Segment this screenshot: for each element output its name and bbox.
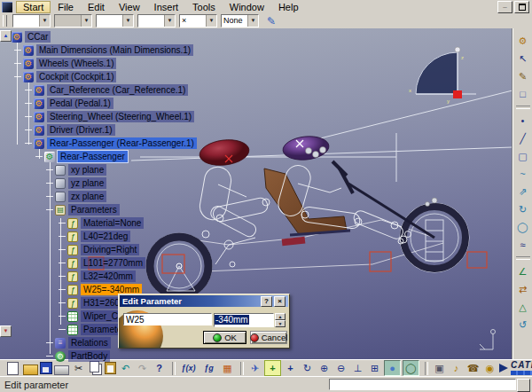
tree-scroll-up-icon[interactable]: ▲: [0, 30, 12, 42]
transform-icon[interactable]: ⇄: [515, 281, 531, 297]
tree-item-driving[interactable]: Driving=Right: [0, 243, 306, 256]
menu-edit[interactable]: Edit: [81, 1, 112, 13]
tree-item-main-dimensions[interactable]: Main Dimensions (Main Dimensions.1): [0, 43, 306, 57]
line-type-combo[interactable]: ▼: [96, 14, 134, 27]
update-icon[interactable]: ↺: [515, 317, 531, 333]
constraint-icon[interactable]: △: [515, 299, 531, 315]
dropdown-arrow-icon[interactable]: ▼: [122, 15, 133, 27]
line-weight-combo[interactable]: ▼: [137, 14, 176, 27]
print-icon[interactable]: [54, 365, 69, 375]
application-icon[interactable]: [2, 2, 12, 12]
fly-through-icon[interactable]: ✈: [247, 361, 262, 375]
knowledge-formula-icon[interactable]: ƒg: [200, 361, 218, 375]
zoom-in-icon[interactable]: ⊕: [317, 361, 332, 375]
tree-item-yz-plane[interactable]: yz plane: [0, 176, 306, 190]
undo-icon[interactable]: ↶: [118, 361, 133, 375]
design-table-icon[interactable]: ▦: [220, 361, 235, 375]
tree-item-steering-wheel[interactable]: Steering_Wheel (Steering_Wheel.1): [0, 110, 306, 123]
whats-this-icon[interactable]: ?: [152, 361, 167, 375]
restore-button[interactable]: [514, 1, 529, 13]
dropdown-arrow-icon[interactable]: ▼: [164, 15, 175, 27]
parameter-name-input[interactable]: [123, 313, 212, 325]
tree-item-parameters[interactable]: Parameters: [0, 203, 306, 216]
menu-help[interactable]: Help: [271, 1, 306, 13]
dropdown-arrow-icon[interactable]: ▼: [206, 15, 216, 27]
select-icon[interactable]: ↖: [515, 51, 531, 67]
line-icon[interactable]: ╱: [515, 130, 531, 146]
open-icon[interactable]: [23, 365, 38, 375]
toolbar-grip[interactable]: [3, 15, 7, 27]
power-input[interactable]: [329, 379, 516, 390]
multi-view-icon[interactable]: ⊞: [367, 361, 382, 375]
dropdown-arrow-icon[interactable]: ▼: [39, 15, 50, 27]
macro-note-icon[interactable]: ♪: [449, 361, 464, 375]
cancel-button[interactable]: Cancel: [250, 331, 287, 344]
menu-window[interactable]: Window: [223, 1, 271, 13]
menu-start[interactable]: Start: [16, 1, 51, 13]
menu-view[interactable]: View: [112, 1, 147, 13]
tree-scroll-down-icon[interactable]: ▼: [0, 325, 12, 337]
pan-icon[interactable]: +: [283, 361, 298, 375]
sketcher-icon[interactable]: □: [515, 86, 531, 102]
tree-item-l40[interactable]: L40=21deg: [0, 230, 306, 243]
dropdown-arrow-icon[interactable]: ▼: [81, 15, 91, 27]
dialog-close-button[interactable]: ×: [274, 296, 286, 307]
rotate-icon[interactable]: ↻: [300, 361, 315, 375]
wireframe-view-icon[interactable]: ◯: [403, 360, 419, 376]
tree-item-rear-passenger-part[interactable]: Rear-Passenger: [0, 150, 306, 163]
spinner-down-icon[interactable]: ▼: [275, 320, 286, 327]
menu-insert[interactable]: Insert: [147, 1, 186, 13]
parameter-value-field[interactable]: -340mm: [214, 313, 274, 327]
sphere-icon[interactable]: ◯: [515, 219, 531, 235]
tree-item-cockpit[interactable]: Cockpit (Cockpit.1): [0, 70, 306, 83]
extrude-icon[interactable]: ⇗: [515, 184, 531, 200]
tree-item-l32[interactable]: L32=420mm: [0, 270, 306, 283]
power-input-button[interactable]: [517, 379, 530, 392]
workbench-icon[interactable]: ⚙: [515, 33, 531, 49]
cut-icon[interactable]: ✂: [71, 361, 86, 375]
graphic-color-combo[interactable]: ▼: [12, 14, 51, 27]
tree-item-car-reference[interactable]: Car_Reference (Car_Reference.1): [0, 83, 306, 97]
save-icon[interactable]: [40, 362, 52, 374]
minimize-button[interactable]: _: [497, 1, 512, 13]
normal-view-icon[interactable]: ⊥: [350, 361, 365, 375]
spinner-up-icon[interactable]: ▲: [275, 313, 286, 320]
tree-item-l101[interactable]: L101=2770mm: [0, 256, 306, 270]
ok-button[interactable]: OK: [203, 331, 246, 344]
pen-icon[interactable]: ✎: [515, 68, 531, 84]
dialog-help-button[interactable]: ?: [261, 296, 272, 307]
revolve-icon[interactable]: ↻: [515, 201, 531, 217]
dropdown-arrow-icon[interactable]: ▼: [247, 15, 258, 27]
tree-item-material[interactable]: Material=None: [0, 216, 306, 230]
menu-file[interactable]: File: [51, 1, 81, 13]
redo-icon[interactable]: ↷: [135, 361, 150, 375]
telephone-icon[interactable]: ☎: [466, 361, 481, 375]
zoom-out-icon[interactable]: ⊖: [333, 361, 348, 375]
tree-item-pedal[interactable]: Pedal (Pedal.1): [0, 97, 306, 110]
tree-item-xy-plane[interactable]: xy plane: [0, 163, 306, 176]
formula-icon[interactable]: ƒ(x): [179, 361, 198, 375]
tree-item-wheels[interactable]: Wheels (Wheels.1): [0, 57, 306, 70]
right-wheel[interactable]: [400, 198, 469, 272]
capture-icon[interactable]: ▣: [432, 361, 447, 375]
spline-icon[interactable]: ≈: [515, 237, 531, 253]
plane-icon[interactable]: ▢: [515, 148, 531, 164]
menu-tools[interactable]: Tools: [185, 1, 223, 13]
transparency-combo[interactable]: ▼: [54, 14, 92, 27]
render-style-combo[interactable]: None ▼: [221, 14, 259, 27]
point-icon[interactable]: •: [515, 113, 531, 129]
tree-item-ccar[interactable]: CCar: [0, 30, 306, 43]
lock-icon[interactable]: ◉: [482, 361, 497, 375]
painter-icon[interactable]: ✎: [264, 14, 278, 27]
tree-item-rear-passenger-product[interactable]: Rear-Passenger (Rear-Passenger.1): [0, 137, 306, 150]
shaded-view-icon[interactable]: ●: [384, 360, 401, 376]
tree-item-partbody[interactable]: PartBody: [0, 349, 306, 363]
point-symbol-combo[interactable]: × ▼: [179, 14, 217, 27]
steering-assembly[interactable]: [332, 161, 434, 238]
tree-item-driver[interactable]: Driver (Driver.1): [0, 123, 306, 137]
analysis-icon[interactable]: ∠: [515, 263, 531, 279]
tree-item-zx-plane[interactable]: zx plane: [0, 190, 306, 203]
dialog-title-bar[interactable]: Edit Parameter ? ×: [120, 295, 288, 307]
view-compass[interactable]: z x y: [409, 47, 476, 104]
new-document-icon[interactable]: [7, 362, 19, 375]
